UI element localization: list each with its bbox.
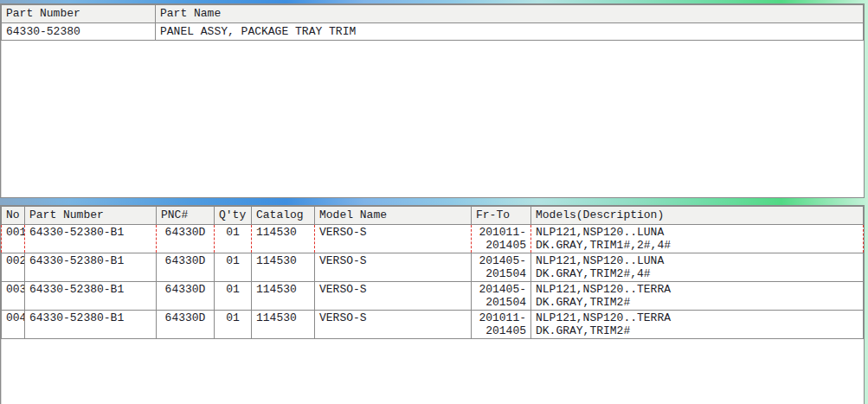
cell-model-name: VERSO-S — [315, 311, 472, 339]
cell-part-name: PANEL ASSY, PACKAGE TRAY TRIM — [156, 23, 864, 41]
fr-from-value: 201405- — [476, 254, 526, 267]
cell-models-description: NLP121,NSP120..TERRA DK.GRAY,TRIM2# — [531, 282, 864, 311]
fr-from-value: 201011- — [476, 311, 526, 324]
parts-table: No Part Number PNC# Q'ty Catalog Model N… — [1, 206, 864, 339]
cell-fr-to: 201011- 201405 — [472, 225, 531, 253]
cell-part-number: 64330-52380-B1 — [25, 253, 157, 282]
column-header-part-number: Part Number — [25, 207, 157, 225]
column-header-part-number: Part Number — [2, 5, 156, 23]
cell-no: 002 — [2, 253, 25, 282]
cell-catalog: 114530 — [252, 225, 315, 253]
part-info-panel: Part Number Part Name 64330-52380 PANEL … — [0, 3, 865, 198]
cell-model-name: VERSO-S — [315, 225, 472, 253]
cell-model-name: VERSO-S — [315, 253, 472, 282]
part-info-row[interactable]: 64330-52380 PANEL ASSY, PACKAGE TRAY TRI… — [2, 23, 864, 41]
table-row-004[interactable]: 004 64330-52380-B1 64330D 01 114530 VERS… — [2, 311, 864, 339]
cell-models-description: NLP121,NSP120..LUNA DK.GRAY,TRIM1#,2#,4# — [531, 225, 864, 253]
models-line-2: DK.GRAY,TRIM2# — [536, 324, 858, 337]
cell-model-name: VERSO-S — [315, 282, 472, 311]
models-line-1: NLP121,NSP120..TERRA — [536, 311, 858, 324]
cell-no: 003 — [2, 282, 25, 311]
column-header-model-name: Model Name — [315, 207, 472, 225]
models-line-1: NLP121,NSP120..LUNA — [536, 254, 858, 267]
fr-from-value: 201011- — [476, 226, 526, 239]
fr-to-value: 201504 — [476, 296, 526, 309]
app-window: Part Number Part Name 64330-52380 PANEL … — [0, 0, 868, 404]
column-header-models-description: Models(Description) — [531, 207, 864, 225]
table-row-002[interactable]: 002 64330-52380-B1 64330D 01 114530 VERS… — [2, 253, 864, 282]
cell-catalog: 114530 — [252, 253, 315, 282]
column-header-part-name: Part Name — [156, 5, 864, 23]
cell-part-number: 64330-52380-B1 — [25, 225, 157, 253]
column-header-no: No — [2, 207, 25, 225]
cell-part-number: 64330-52380-B1 — [25, 282, 157, 311]
table-row-003[interactable]: 003 64330-52380-B1 64330D 01 114530 VERS… — [2, 282, 864, 311]
cell-pnc: 64330D — [157, 253, 215, 282]
cell-part-number: 64330-52380-B1 — [25, 311, 157, 339]
fr-from-value: 201405- — [476, 283, 526, 296]
cell-fr-to: 201405- 201504 — [472, 282, 531, 311]
cell-no: 001 — [2, 225, 25, 253]
cell-fr-to: 201405- 201504 — [472, 253, 531, 282]
parts-list-panel: No Part Number PNC# Q'ty Catalog Model N… — [0, 205, 865, 404]
cell-pnc: 64330D — [157, 225, 215, 253]
cell-catalog: 114530 — [252, 282, 315, 311]
cell-no: 004 — [2, 311, 25, 339]
cell-catalog: 114530 — [252, 311, 315, 339]
part-info-table: Part Number Part Name 64330-52380 PANEL … — [1, 4, 864, 41]
models-line-2: DK.GRAY,TRIM1#,2#,4# — [536, 239, 858, 252]
column-header-catalog: Catalog — [252, 207, 315, 225]
fr-to-value: 201405 — [476, 324, 526, 337]
cell-fr-to: 201011- 201405 — [472, 311, 531, 339]
cell-qty: 01 — [215, 311, 252, 339]
parts-table-header-row: No Part Number PNC# Q'ty Catalog Model N… — [2, 207, 864, 225]
cell-qty: 01 — [215, 282, 252, 311]
cell-qty: 01 — [215, 225, 252, 253]
models-line-1: NLP121,NSP120..TERRA — [536, 283, 858, 296]
cell-models-description: NLP121,NSP120..LUNA DK.GRAY,TRIM2#,4# — [531, 253, 864, 282]
cell-pnc: 64330D — [157, 311, 215, 339]
column-header-qty: Q'ty — [215, 207, 252, 225]
models-line-1: NLP121,NSP120..LUNA — [536, 226, 858, 239]
cell-pnc: 64330D — [157, 282, 215, 311]
column-header-fr-to: Fr-To — [472, 207, 531, 225]
models-line-2: DK.GRAY,TRIM2# — [536, 296, 858, 309]
column-header-pnc: PNC# — [157, 207, 215, 225]
fr-to-value: 201405 — [476, 239, 526, 252]
table-row-001[interactable]: 001 64330-52380-B1 64330D 01 114530 VERS… — [2, 225, 864, 253]
fr-to-value: 201504 — [476, 267, 526, 280]
part-info-header-row: Part Number Part Name — [2, 5, 864, 23]
cell-part-number: 64330-52380 — [2, 23, 156, 41]
models-line-2: DK.GRAY,TRIM2#,4# — [536, 267, 858, 280]
cell-models-description: NLP121,NSP120..TERRA DK.GRAY,TRIM2# — [531, 311, 864, 339]
cell-qty: 01 — [215, 253, 252, 282]
